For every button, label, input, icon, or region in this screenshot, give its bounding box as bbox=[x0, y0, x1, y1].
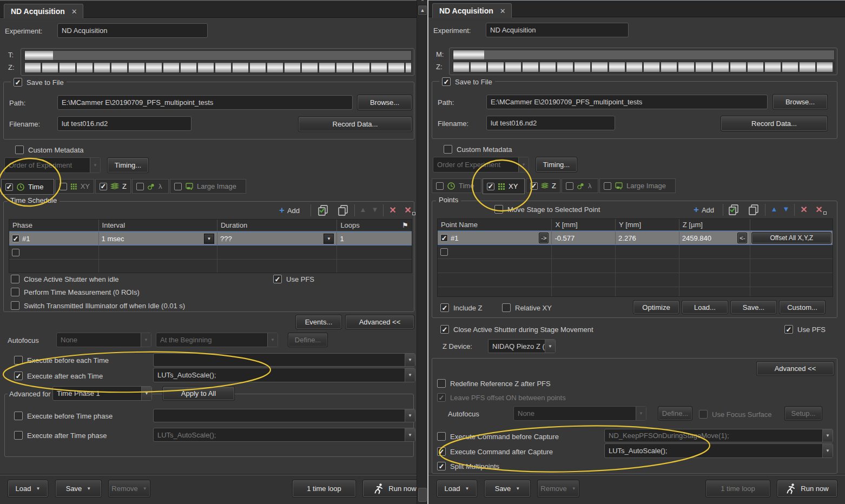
move-up-icon[interactable] bbox=[769, 205, 779, 213]
custom-metadata-checkbox[interactable] bbox=[15, 145, 24, 154]
tab-time[interactable]: Time bbox=[432, 178, 481, 193]
exec-after-time-checkbox[interactable] bbox=[14, 372, 23, 380]
close-icon[interactable] bbox=[71, 8, 77, 16]
load-button[interactable]: Load▼ bbox=[437, 480, 477, 498]
move-down-icon[interactable] bbox=[370, 205, 380, 214]
lambda-tab-checkbox[interactable] bbox=[136, 183, 144, 190]
z-tab-checkbox[interactable] bbox=[530, 182, 538, 190]
path-input[interactable]: E:\MCammer E\20190709_PFS_multipoint_tes… bbox=[486, 95, 768, 109]
tab-large-image[interactable]: Large Image bbox=[599, 178, 676, 193]
switch-illuminator-checkbox[interactable] bbox=[11, 301, 19, 310]
define-button[interactable]: Define... bbox=[658, 406, 692, 421]
leave-pfs-checkbox[interactable] bbox=[437, 393, 446, 402]
xy-tab-checkbox[interactable] bbox=[487, 183, 494, 190]
table-row-empty2[interactable] bbox=[438, 259, 833, 273]
apply-to-all-button[interactable]: Apply to All bbox=[162, 386, 235, 401]
run-now-button[interactable]: Run now bbox=[362, 480, 417, 498]
remove-button[interactable]: Remove▼ bbox=[537, 480, 579, 498]
add-phase-button[interactable]: Add bbox=[279, 205, 300, 216]
autofocus-dropdown[interactable]: None bbox=[513, 406, 646, 421]
xy-tab-checkbox[interactable] bbox=[60, 183, 67, 190]
new-phase-checkbox[interactable] bbox=[12, 249, 19, 256]
use-pfs-checkbox[interactable] bbox=[784, 325, 793, 334]
tab-time[interactable]: Time bbox=[1, 179, 54, 195]
relative-xy-checkbox[interactable] bbox=[502, 303, 511, 312]
table-row-phase1[interactable]: #1 1 msec ??? 1 bbox=[9, 231, 412, 246]
delete-all-icon[interactable] bbox=[814, 204, 824, 215]
exec-after-time-combo[interactable]: LUTs_AutoScale(); bbox=[153, 368, 415, 382]
add-point-button[interactable]: Add bbox=[694, 204, 714, 215]
perform-time-checkbox[interactable] bbox=[11, 288, 19, 296]
goto-point-button[interactable]: -> bbox=[539, 233, 549, 243]
order-of-experiment-dropdown[interactable]: Order of Experiment bbox=[4, 157, 101, 173]
timing-button[interactable]: Timing... bbox=[107, 157, 149, 173]
exec-after-phase-combo[interactable]: LUTs_AutoScale(); bbox=[153, 428, 415, 442]
offset-all-button[interactable]: Offset All X,Y,Z bbox=[751, 232, 831, 244]
point1-checkbox[interactable] bbox=[440, 234, 448, 242]
order-of-experiment-dropdown[interactable]: Order of Experiment bbox=[433, 157, 529, 173]
experiment-input[interactable]: ND Acquisition bbox=[57, 23, 208, 38]
optimize-button[interactable]: Optimize bbox=[633, 300, 679, 314]
exec-before-time-checkbox[interactable] bbox=[14, 356, 23, 364]
delete-icon[interactable] bbox=[798, 204, 809, 215]
new-point-checkbox[interactable] bbox=[440, 248, 448, 256]
split-multipoints-checkbox[interactable] bbox=[437, 462, 446, 470]
copy-checked-icon[interactable] bbox=[727, 203, 740, 216]
tab-nd-acquisition[interactable]: ND Acquisition bbox=[4, 4, 83, 18]
exec-before-capture-combo[interactable]: ND_KeepPFSOnDuringStageMove(1); bbox=[604, 429, 833, 442]
scroll-thumb[interactable] bbox=[418, 488, 427, 502]
advanced-toggle-button[interactable]: Advanced << bbox=[345, 315, 414, 329]
lambda-tab-checkbox[interactable] bbox=[566, 182, 573, 190]
phase1-checkbox[interactable] bbox=[12, 235, 19, 242]
table-row-empty3[interactable] bbox=[438, 273, 833, 287]
large-image-tab-checkbox[interactable] bbox=[604, 182, 611, 190]
scroll-up-button[interactable] bbox=[418, 5, 427, 16]
redefine-reference-checkbox[interactable] bbox=[437, 379, 446, 388]
points-load-button[interactable]: Load... bbox=[682, 300, 728, 314]
browse-button[interactable]: Browse... bbox=[773, 94, 828, 110]
save-button[interactable]: Save▼ bbox=[55, 480, 102, 498]
save-to-file-checkbox[interactable] bbox=[442, 77, 451, 86]
table-row-empty2[interactable] bbox=[9, 260, 412, 273]
experiment-input[interactable]: ND Acquisition bbox=[486, 23, 629, 37]
z-tab-checkbox[interactable] bbox=[100, 183, 107, 190]
z-device-dropdown[interactable]: NIDAQ Piezo Z (na bbox=[488, 339, 556, 353]
browse-button[interactable]: Browse... bbox=[357, 95, 412, 110]
tab-z[interactable]: Z bbox=[95, 179, 131, 194]
table-row-empty1[interactable] bbox=[9, 246, 412, 260]
copy-checked-icon[interactable] bbox=[316, 204, 329, 217]
filename-input[interactable]: lut test016.nd2 bbox=[486, 116, 615, 130]
exec-before-phase-combo[interactable] bbox=[153, 409, 415, 422]
run-now-button[interactable]: Run now bbox=[777, 480, 837, 498]
record-data-button[interactable]: Record Data... bbox=[721, 116, 828, 131]
tab-lambda[interactable]: λ bbox=[562, 178, 598, 193]
exec-before-phase-checkbox[interactable] bbox=[14, 412, 23, 420]
tab-nd-acquisition[interactable]: ND Acquisition bbox=[432, 3, 512, 18]
time-loop-button[interactable]: 1 time loop bbox=[292, 480, 356, 498]
close-icon[interactable] bbox=[500, 7, 506, 15]
events-button[interactable]: Events... bbox=[295, 315, 342, 329]
setup-button[interactable]: Setup... bbox=[784, 406, 822, 421]
delete-icon[interactable] bbox=[387, 205, 398, 215]
exec-after-capture-combo[interactable]: LUTs_AutoScale(); bbox=[604, 443, 833, 458]
tab-xy[interactable]: XY bbox=[55, 179, 94, 194]
tab-lambda[interactable]: λ bbox=[132, 179, 169, 194]
duplicate-icon[interactable] bbox=[747, 203, 760, 216]
load-button[interactable]: Load▼ bbox=[8, 480, 48, 498]
autofocus-timing-dropdown[interactable]: At the Beginning bbox=[156, 333, 278, 347]
exec-after-phase-checkbox[interactable] bbox=[14, 431, 23, 440]
exec-after-capture-checkbox[interactable] bbox=[437, 447, 446, 456]
record-data-button[interactable]: Record Data... bbox=[298, 116, 412, 132]
move-stage-checkbox[interactable] bbox=[494, 205, 503, 214]
define-button[interactable]: Define... bbox=[288, 333, 328, 347]
include-z-checkbox[interactable] bbox=[440, 303, 449, 312]
remove-button[interactable]: Remove▼ bbox=[108, 480, 150, 498]
large-image-tab-checkbox[interactable] bbox=[174, 183, 182, 190]
interval-dropdown[interactable] bbox=[204, 234, 214, 244]
filename-input[interactable]: lut test016.nd2 bbox=[57, 116, 192, 131]
exec-before-capture-checkbox[interactable] bbox=[437, 432, 446, 441]
table-row-empty1[interactable] bbox=[438, 245, 833, 259]
delete-all-icon[interactable] bbox=[402, 205, 413, 215]
advanced-toggle-button[interactable]: Advanced << bbox=[756, 361, 834, 376]
duplicate-icon[interactable] bbox=[336, 204, 349, 217]
